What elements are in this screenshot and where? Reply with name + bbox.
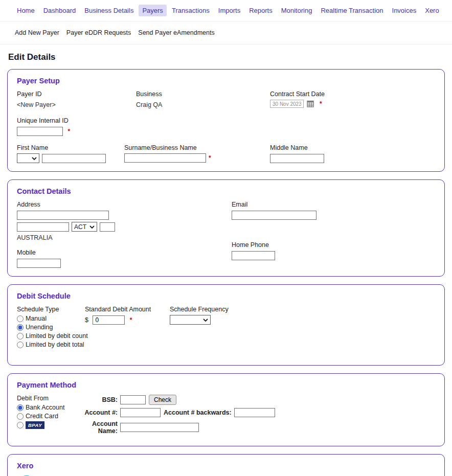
payer-id-label: Payer ID xyxy=(17,90,136,98)
surname-label: Surname/Business Name xyxy=(124,144,270,151)
account-backwards-input[interactable] xyxy=(234,408,275,417)
payment-method-heading: Payment Method xyxy=(17,381,435,389)
chevron-down-icon xyxy=(203,319,208,322)
standard-debit-amount-input[interactable] xyxy=(93,315,125,325)
debit-from-radio-bank-account[interactable] xyxy=(17,404,24,411)
middle-name-label: Middle Name xyxy=(270,144,324,151)
mobile-label: Mobile xyxy=(17,249,232,256)
nav-item-transactions[interactable]: Transactions xyxy=(168,5,213,16)
schedule-type-option-label: Limited by debit count xyxy=(26,332,88,339)
unique-internal-id-label: Unique Internal ID xyxy=(17,117,435,124)
account-number-input[interactable] xyxy=(120,408,161,417)
payer-setup-section: Payer Setup Payer ID <New Payer> Busines… xyxy=(7,69,445,172)
account-name-input[interactable] xyxy=(120,423,199,432)
bsb-input[interactable] xyxy=(120,395,146,404)
middle-name-input[interactable] xyxy=(270,154,324,163)
home-phone-input[interactable] xyxy=(232,251,275,260)
unique-internal-id-input[interactable] xyxy=(17,127,63,136)
home-phone-label: Home Phone xyxy=(232,241,317,248)
chevron-down-icon xyxy=(32,157,37,160)
account-backwards-label: Account # backwards: xyxy=(161,409,234,416)
address-line1-input[interactable] xyxy=(17,211,109,220)
surname-required-marker: * xyxy=(209,154,211,162)
payment-method-section: Payment Method Debit From Bank Account C… xyxy=(7,373,445,446)
sub-nav: Add New Payer Payer eDDR Requests Send P… xyxy=(0,21,452,44)
contract-start-date-input[interactable] xyxy=(270,100,304,108)
debit-schedule-section: Debit Schedule Schedule Type Manual Unen… xyxy=(7,284,445,366)
account-name-label: Account Name: xyxy=(74,420,120,435)
subnav-item-send-payer-eamendments[interactable]: Send Payer eAmendments xyxy=(137,28,216,37)
nav-item-business-details[interactable]: Business Details xyxy=(81,5,137,16)
schedule-type-option-unending[interactable]: Unending xyxy=(17,324,85,331)
mobile-input[interactable] xyxy=(17,259,61,268)
nav-item-monitoring[interactable]: Monitoring xyxy=(278,5,316,16)
schedule-type-option-label: Limited by debit total xyxy=(26,341,84,348)
first-name-label: First Name xyxy=(17,144,124,151)
check-button[interactable]: Check xyxy=(149,395,176,405)
debit-from-label: Debit From xyxy=(17,395,74,402)
currency-symbol: $ xyxy=(85,316,88,324)
xero-heading: Xero xyxy=(17,462,435,470)
nav-item-dashboard[interactable]: Dashboard xyxy=(40,5,80,16)
debit-from-option-credit-card[interactable]: Credit Card xyxy=(17,413,74,420)
nav-item-realtime-transaction[interactable]: Realtime Transaction xyxy=(317,5,387,16)
top-nav: Home Dashboard Business Details Payers T… xyxy=(0,0,452,21)
debit-from-option-bank-account[interactable]: Bank Account xyxy=(17,404,74,411)
payer-id-value: <New Payer> xyxy=(17,101,56,108)
business-label: Business xyxy=(136,90,270,98)
amount-required-marker: * xyxy=(130,316,132,324)
schedule-type-option-label: Unending xyxy=(26,324,53,331)
page-title: Edit Details xyxy=(8,52,444,62)
first-name-input[interactable] xyxy=(42,154,106,163)
postcode-input[interactable] xyxy=(100,222,115,232)
debit-from-radio-credit-card[interactable] xyxy=(17,413,24,420)
bsb-label: BSB: xyxy=(74,396,120,403)
contact-details-heading: Contact Details xyxy=(17,187,435,195)
nav-item-reports[interactable]: Reports xyxy=(245,5,276,16)
nav-item-home[interactable]: Home xyxy=(13,5,38,16)
unique-internal-id-required-marker: * xyxy=(67,128,70,135)
surname-input[interactable] xyxy=(124,153,206,163)
schedule-type-option-limited-total[interactable]: Limited by debit total xyxy=(17,341,85,348)
schedule-type-option-label: Manual xyxy=(26,315,47,322)
schedule-type-radio-limited-count[interactable] xyxy=(17,333,24,339)
account-number-label: Account #: xyxy=(74,409,120,416)
schedule-type-radio-limited-total[interactable] xyxy=(17,342,24,348)
subnav-item-add-new-payer[interactable]: Add New Payer xyxy=(13,28,61,37)
schedule-type-option-limited-count[interactable]: Limited by debit count xyxy=(17,332,85,339)
contract-start-date-label: Contract Start Date xyxy=(270,90,325,98)
contact-details-section: Contact Details Address ACT AUSTRALIA Mo… xyxy=(7,179,445,277)
subnav-item-payer-eddr-requests[interactable]: Payer eDDR Requests xyxy=(65,28,132,37)
nav-item-payers[interactable]: Payers xyxy=(139,5,166,16)
nav-item-xero[interactable]: Xero xyxy=(421,5,442,16)
email-label: Email xyxy=(232,201,317,208)
debit-schedule-heading: Debit Schedule xyxy=(17,292,435,300)
business-value: Craig QA xyxy=(136,101,162,108)
schedule-type-radio-manual[interactable] xyxy=(17,315,24,322)
contract-start-required-marker: * xyxy=(320,100,322,107)
schedule-frequency-select[interactable] xyxy=(170,315,211,325)
schedule-type-option-manual[interactable]: Manual xyxy=(17,315,85,322)
schedule-frequency-label: Schedule Frequency xyxy=(170,306,229,313)
state-select-value: ACT xyxy=(74,223,86,231)
chevron-down-icon xyxy=(89,225,95,229)
standard-debit-amount-label: Standard Debit Amount xyxy=(85,306,151,313)
title-select[interactable] xyxy=(17,153,39,163)
schedule-type-label: Schedule Type xyxy=(17,306,85,313)
nav-item-invoices[interactable]: Invoices xyxy=(389,5,420,16)
state-select[interactable]: ACT xyxy=(72,222,97,232)
nav-item-imports[interactable]: Imports xyxy=(215,5,244,16)
xero-section: Xero xero Enable invoice auto-debiting: xyxy=(7,454,445,476)
address-city-input[interactable] xyxy=(17,222,69,232)
calendar-icon[interactable] xyxy=(307,100,314,107)
debit-from-radio-bpay[interactable] xyxy=(17,422,24,428)
address-label: Address xyxy=(17,201,232,208)
payer-setup-heading: Payer Setup xyxy=(17,77,435,85)
debit-from-option-label: Credit Card xyxy=(26,413,58,420)
email-input[interactable] xyxy=(232,211,317,220)
country-label: AUSTRALIA xyxy=(17,234,232,241)
bpay-logo: BPAY xyxy=(26,421,44,429)
debit-from-option-bpay[interactable]: BPAY xyxy=(17,421,74,429)
schedule-type-radio-unending[interactable] xyxy=(17,324,24,331)
debit-from-option-label: Bank Account xyxy=(26,404,64,411)
